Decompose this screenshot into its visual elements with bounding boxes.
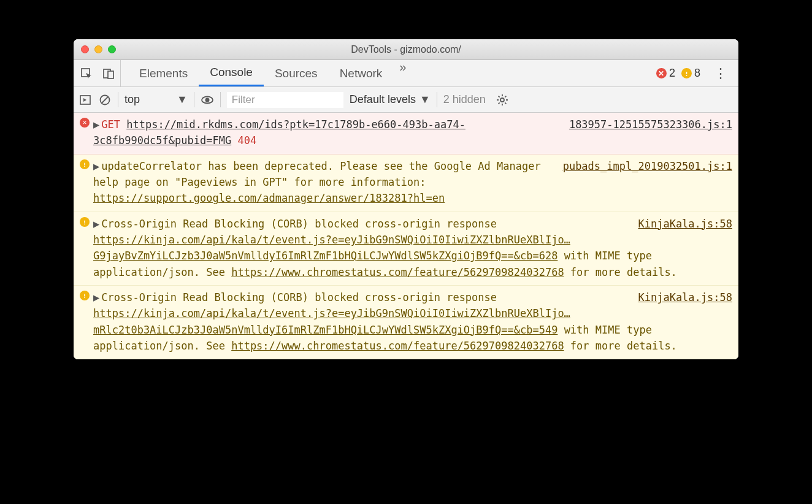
device-toggle-icon[interactable] (102, 67, 115, 80)
error-icon: ✕ (656, 68, 667, 78)
svg-line-16 (505, 102, 506, 104)
log-text: for more details. (564, 340, 677, 352)
levels-label: Default levels (350, 93, 416, 106)
window-controls (81, 45, 116, 53)
svg-rect-19 (84, 162, 85, 165)
error-count[interactable]: ✕ 2 (656, 67, 675, 80)
source-link[interactable]: KinjaKala.js:58 (638, 289, 732, 305)
source-link[interactable]: KinjaKala.js:58 (638, 216, 732, 232)
expand-caret-icon[interactable]: ▶ (93, 160, 99, 172)
svg-rect-4 (686, 75, 688, 76)
expand-caret-icon[interactable]: ▶ (93, 291, 99, 304)
close-button[interactable] (81, 45, 89, 53)
svg-rect-3 (686, 72, 688, 74)
svg-rect-22 (84, 223, 85, 224)
tab-network[interactable]: Network (329, 60, 394, 86)
svg-line-18 (505, 96, 506, 97)
clear-console-icon[interactable] (98, 93, 112, 107)
tab-sources[interactable]: Sources (264, 60, 329, 86)
warning-icon (681, 68, 692, 78)
inspect-icon[interactable] (80, 67, 93, 80)
tabbar-right: ✕ 2 8 ⋮ (656, 66, 735, 82)
titlebar: DevTools - gizmodo.com/ (74, 39, 738, 60)
more-menu[interactable]: ⋮ (707, 66, 735, 82)
console-toolbar: top ▼ Default levels ▼ 2 hidden (74, 87, 738, 113)
svg-rect-24 (84, 297, 85, 298)
svg-line-7 (102, 97, 108, 103)
log-text: Cross-Origin Read Blocking (CORB) blocke… (101, 291, 497, 304)
svg-point-10 (500, 98, 504, 102)
svg-line-17 (498, 102, 499, 104)
svg-rect-23 (84, 294, 85, 297)
context-dropdown[interactable]: top ▼ (124, 93, 188, 106)
warning-count-value: 8 (694, 67, 700, 80)
log-text: for more details. (564, 266, 677, 278)
source-link[interactable]: 183957-12515575323306.js:1 (569, 116, 732, 132)
log-link[interactable]: https://support.google.com/admanager/ans… (93, 192, 445, 204)
tabs: Elements Console Sources Network » (128, 60, 412, 86)
minimize-button[interactable] (94, 45, 102, 53)
expand-caret-icon[interactable]: ▶ (93, 118, 99, 131)
svg-line-15 (498, 96, 499, 97)
svg-point-9 (205, 97, 209, 102)
http-method: GET (101, 118, 120, 131)
context-value: top (124, 93, 140, 106)
error-count-value: 2 (669, 67, 675, 80)
levels-dropdown[interactable]: Default levels ▼ (350, 93, 431, 106)
toolbar-icons (77, 60, 121, 86)
log-link[interactable]: https://kinja.com/api/kala/t/event.js?e=… (93, 234, 570, 262)
expand-caret-icon[interactable]: ▶ (93, 218, 99, 230)
log-row[interactable]: KinjaKala.js:58 ▶Cross-Origin Read Block… (74, 212, 738, 286)
filter-input[interactable] (227, 92, 343, 108)
source-link[interactable]: pubads_impl_2019032501.js:1 (563, 158, 732, 174)
log-link[interactable]: https://www.chromestatus.com/feature/562… (231, 340, 564, 352)
warning-count[interactable]: 8 (681, 67, 700, 80)
log-row[interactable]: pubads_impl_2019032501.js:1 ▶updateCorre… (74, 155, 738, 212)
warning-icon (80, 291, 90, 300)
tab-console[interactable]: Console (199, 60, 264, 86)
hidden-count[interactable]: 2 hidden (443, 93, 486, 106)
chevron-down-icon: ▼ (177, 93, 188, 106)
gear-icon[interactable] (496, 93, 509, 107)
window-title: DevTools - gizmodo.com/ (74, 44, 738, 55)
log-text: updateCorrelator has been deprecated. Pl… (93, 160, 541, 188)
svg-rect-2 (108, 71, 113, 78)
tab-elements[interactable]: Elements (128, 60, 199, 86)
tabs-overflow[interactable]: » (393, 60, 412, 86)
svg-rect-21 (84, 220, 85, 223)
tabbar: Elements Console Sources Network » ✕ 2 8… (74, 60, 738, 87)
maximize-button[interactable] (108, 45, 116, 53)
log-row[interactable]: ✕ 183957-12515575323306.js:1 ▶GET https:… (74, 113, 738, 155)
error-icon: ✕ (80, 118, 90, 128)
devtools-window: DevTools - gizmodo.com/ Elements Console… (74, 39, 738, 359)
console-log: ✕ 183957-12515575323306.js:1 ▶GET https:… (74, 113, 738, 359)
http-status: 404 (237, 134, 256, 147)
log-link[interactable]: https://kinja.com/api/kala/t/event.js?e=… (93, 307, 570, 335)
log-link[interactable]: https://www.chromestatus.com/feature/562… (231, 266, 564, 278)
svg-rect-20 (84, 166, 85, 166)
warning-icon (80, 217, 90, 227)
log-row[interactable]: KinjaKala.js:58 ▶Cross-Origin Read Block… (74, 286, 738, 359)
console-drawer-icon[interactable] (79, 93, 92, 107)
live-expression-icon[interactable] (201, 93, 214, 107)
warning-icon (80, 159, 90, 169)
chevron-down-icon: ▼ (419, 93, 431, 106)
log-text: Cross-Origin Read Blocking (CORB) blocke… (101, 218, 497, 230)
request-url[interactable]: https://mid.rkdms.com/ids?ptk=17c1789b-e… (93, 118, 465, 147)
